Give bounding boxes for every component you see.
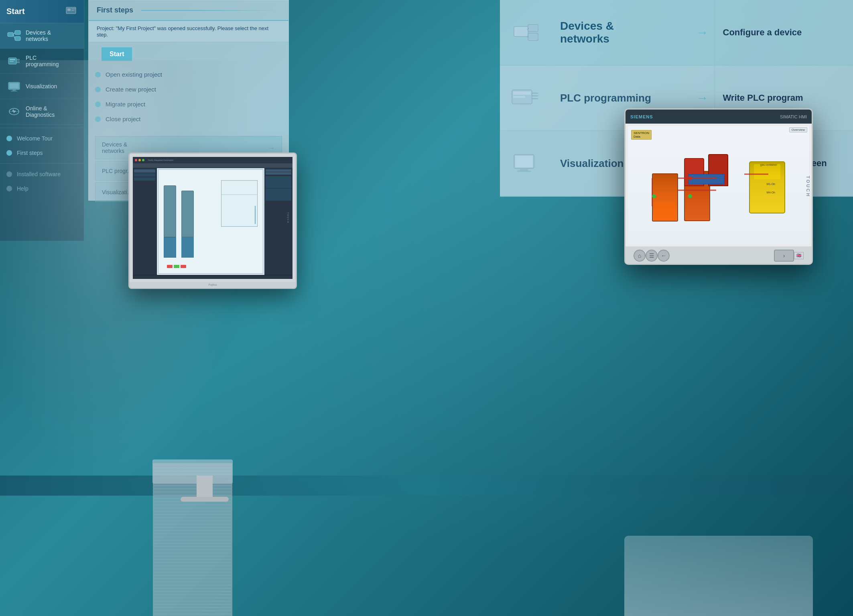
- hmi-reflection: [624, 536, 813, 616]
- svg-line-7: [13, 33, 15, 35]
- svg-rect-37: [516, 157, 532, 158]
- viz-icon-area: [500, 131, 552, 196]
- hmi-brand: SIEMENS: [630, 114, 653, 119]
- svg-rect-29: [513, 96, 525, 98]
- right-panel-action-1[interactable]: Configure a device: [715, 0, 853, 65]
- project-status-text: Project: "My First Project" was opened s…: [97, 25, 268, 38]
- process-display: Overview SENTRONData: [628, 126, 809, 244]
- right-panel-arrow-1: →: [691, 0, 715, 65]
- first-steps-title: First steps: [97, 6, 133, 14]
- viz-3d-icon: [510, 147, 542, 179]
- svg-rect-39: [516, 161, 528, 162]
- monitor-title: Totally Integrated Automation: [148, 159, 174, 161]
- keyboard: const kb = document.querySelector('.keyb…: [152, 459, 233, 484]
- m1-on-label: M1-On: [767, 183, 775, 185]
- monitor: Totally Integrated Automation: [128, 152, 297, 289]
- svg-rect-4: [8, 33, 13, 37]
- svg-rect-1: [67, 8, 71, 11]
- hmi-top-bar: SIEMENS SIMATIC HMI: [626, 110, 812, 124]
- project-status-bar: Project: "My First Project" was opened s…: [89, 21, 288, 42]
- monitor-stand: [197, 476, 213, 500]
- hmi-screen[interactable]: Overview SENTRONData: [628, 126, 809, 244]
- plc-icon-area: [500, 65, 552, 130]
- overview-btn[interactable]: Overview: [789, 127, 807, 132]
- svg-rect-36: [517, 171, 531, 172]
- monitor-screen: Totally Integrated Automation: [133, 157, 292, 279]
- hmi-menu-btn[interactable]: ☰: [646, 250, 658, 262]
- svg-rect-3: [71, 10, 74, 11]
- hmi-back-btn[interactable]: ←: [658, 250, 670, 262]
- start-icon: [65, 4, 77, 19]
- devices-icon-area: [500, 0, 552, 65]
- sidebar-title: Start: [6, 7, 25, 16]
- devices-3d-icon: [510, 16, 542, 49]
- tank-left-1: [652, 173, 678, 222]
- right-panel-row-devices[interactable]: Devices & networks → Configure a device: [500, 0, 853, 65]
- hmi-bottom-bar: ⌂ ☰ ← › 🇬🇧: [626, 246, 812, 264]
- sidebar-header[interactable]: Start: [0, 0, 84, 23]
- hmi-frame: SIEMENS SIMATIC HMI Overview SENTRONData: [624, 108, 813, 265]
- svg-rect-5: [15, 30, 20, 35]
- monitor-touch-label: TOUCH: [287, 212, 289, 224]
- devices-label: Devices & networks: [552, 0, 691, 65]
- svg-rect-38: [516, 159, 526, 160]
- tank-right: gas container: [749, 161, 785, 213]
- svg-rect-22: [528, 24, 538, 32]
- desk-surface: [0, 476, 853, 496]
- start-tab[interactable]: Start: [102, 47, 132, 61]
- sidebar-item-devices-networks[interactable]: Devices & networks: [0, 23, 84, 49]
- svg-rect-28: [513, 91, 531, 95]
- sidebar-item-label: Devices & networks: [26, 29, 51, 42]
- hmi-touch-label: TOUCH: [806, 176, 810, 197]
- m4-on-label: M4-On: [767, 191, 775, 194]
- tank-label: gas container: [760, 163, 777, 166]
- central-equipment: [680, 150, 752, 182]
- first-steps-header: First steps: [89, 0, 288, 21]
- hmi-home-btn[interactable]: ⌂: [634, 250, 646, 262]
- hmi-next-btn[interactable]: ›: [774, 250, 794, 262]
- hmi-device: SIEMENS SIMATIC HMI Overview SENTRONData: [624, 108, 813, 265]
- svg-rect-6: [15, 37, 20, 41]
- monitor-brand: Fujitsu: [209, 283, 217, 286]
- sentron-label: SENTRONData: [631, 130, 652, 140]
- svg-rect-21: [514, 26, 528, 37]
- network-icon: [6, 28, 22, 43]
- plc-3d-icon: [510, 82, 542, 114]
- hmi-model: SIMATIC HMI: [780, 114, 807, 119]
- monitor-stand-base: [181, 497, 229, 502]
- svg-line-8: [13, 35, 15, 39]
- svg-rect-23: [528, 33, 538, 41]
- monitor-frame: Totally Integrated Automation: [128, 152, 297, 289]
- svg-rect-2: [71, 8, 75, 9]
- hmi-flag: 🇬🇧: [794, 252, 804, 259]
